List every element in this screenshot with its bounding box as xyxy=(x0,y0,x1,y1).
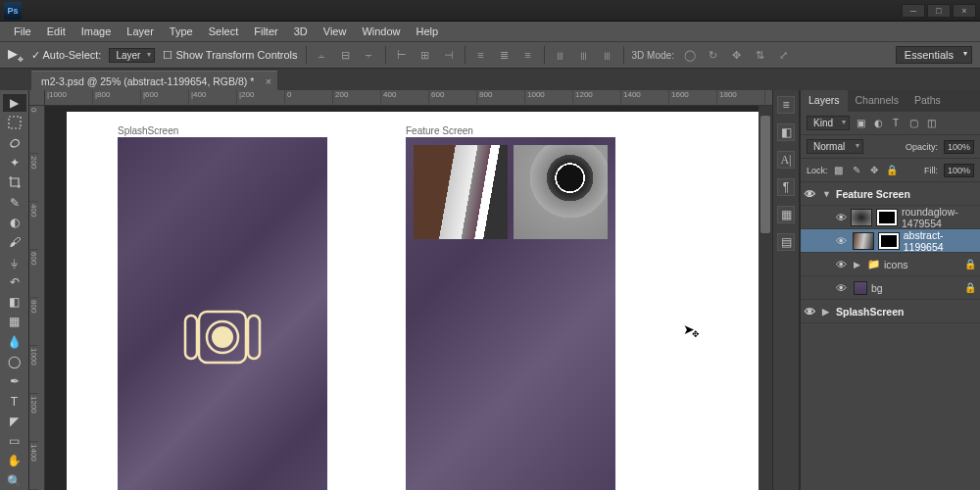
scrollbar-thumb[interactable] xyxy=(760,116,770,233)
distribute-left-icon[interactable]: ⫼ xyxy=(553,47,568,63)
history-brush-tool[interactable]: ↶ xyxy=(3,273,26,291)
eraser-tool[interactable]: ◧ xyxy=(3,293,26,311)
menu-edit[interactable]: Edit xyxy=(41,24,72,39)
canvas-scrollbar-vertical[interactable] xyxy=(759,106,772,490)
gradient-tool[interactable]: ▦ xyxy=(3,313,26,330)
color-panel-icon[interactable]: ◧ xyxy=(777,123,795,141)
auto-select-target-combo[interactable]: Layer xyxy=(109,48,155,63)
dodge-tool[interactable]: ◯ xyxy=(3,353,26,370)
document-tab[interactable]: m2-3.psd @ 25% (abstract-1199654, RGB/8)… xyxy=(31,71,277,90)
visibility-toggle[interactable]: 👁 xyxy=(805,306,818,318)
filter-adjust-icon[interactable]: ◐ xyxy=(871,117,885,130)
tab-paths[interactable]: Paths xyxy=(906,90,949,112)
distribute-right-icon[interactable]: ⫼ xyxy=(600,47,615,63)
move-tool-icon[interactable]: ▶✥ xyxy=(8,46,24,64)
ruler-vertical[interactable]: 02004006008001000120014001600 xyxy=(29,106,45,490)
hand-tool[interactable]: ✋ xyxy=(3,452,26,469)
distribute-bottom-icon[interactable]: ≡ xyxy=(520,47,536,63)
menu-3d[interactable]: 3D xyxy=(288,24,314,39)
3d-slide-icon[interactable]: ⇅ xyxy=(753,47,768,63)
visibility-toggle[interactable]: 👁 xyxy=(805,188,818,200)
ruler-origin[interactable] xyxy=(29,90,45,106)
shape-tool[interactable]: ▭ xyxy=(3,432,26,450)
filter-kind-combo[interactable]: Kind xyxy=(807,116,850,130)
close-button[interactable]: × xyxy=(953,4,976,18)
wand-tool[interactable]: ✦ xyxy=(3,154,26,172)
menu-filter[interactable]: Filter xyxy=(248,24,283,39)
menu-type[interactable]: Type xyxy=(164,24,199,39)
layer-abstract[interactable]: 👁 abstract-1199654 xyxy=(801,229,980,253)
menu-image[interactable]: Image xyxy=(75,24,118,39)
expand-arrow-icon[interactable]: ▼ xyxy=(822,189,832,199)
canvas-area[interactable]: |1000|800|600|400|2000200400600800100012… xyxy=(29,90,772,490)
layer-name[interactable]: abstract-1199654 xyxy=(904,229,976,253)
align-right-icon[interactable]: ⊣ xyxy=(441,47,457,63)
menu-window[interactable]: Window xyxy=(356,24,406,39)
tab-layers[interactable]: Layers xyxy=(801,90,848,112)
menu-view[interactable]: View xyxy=(318,24,353,39)
filter-shape-icon[interactable]: ▢ xyxy=(906,117,920,130)
menu-file[interactable]: File xyxy=(8,24,37,39)
opacity-input[interactable]: 100% xyxy=(944,140,974,154)
visibility-toggle[interactable]: 👁 xyxy=(836,235,849,247)
eyedropper-tool[interactable]: ✎ xyxy=(3,193,26,211)
move-tool[interactable]: ▶ xyxy=(3,94,26,112)
distribute-hcenter-icon[interactable]: ⫼ xyxy=(576,47,592,63)
layer-group-feature-screen[interactable]: 👁 ▼ Feature Screen xyxy=(801,182,980,206)
filter-pixel-icon[interactable]: ▣ xyxy=(854,117,867,130)
auto-select-checkbox[interactable]: ✓ Auto-Select: xyxy=(31,49,101,62)
properties-panel-icon[interactable]: ▤ xyxy=(777,233,795,251)
visibility-toggle[interactable]: 👁 xyxy=(836,282,850,294)
blur-tool[interactable]: 💧 xyxy=(3,333,26,351)
placed-image-roundaglow[interactable] xyxy=(514,145,608,239)
layer-thumbnail[interactable] xyxy=(851,209,872,226)
lasso-tool[interactable] xyxy=(3,134,26,152)
menu-layer[interactable]: Layer xyxy=(121,24,160,39)
align-bottom-icon[interactable]: ⫟ xyxy=(362,47,377,63)
swatches-panel-icon[interactable]: ▦ xyxy=(777,206,795,223)
path-select-tool[interactable]: ◤ xyxy=(3,413,26,430)
menu-help[interactable]: Help xyxy=(411,24,445,39)
layer-thumbnail[interactable] xyxy=(853,232,874,250)
artboard-label-feature[interactable]: Feature Screen xyxy=(406,125,473,136)
layer-group-splashscreen[interactable]: 👁 ▶ SplashScreen xyxy=(801,300,980,323)
distribute-top-icon[interactable]: ≡ xyxy=(473,47,489,63)
blend-mode-combo[interactable]: Normal xyxy=(807,139,863,154)
stamp-tool[interactable]: ⏚ xyxy=(3,253,26,270)
artboard-feature-screen[interactable] xyxy=(406,137,615,490)
crop-tool[interactable] xyxy=(3,173,26,191)
expand-arrow-icon[interactable]: ▶ xyxy=(822,307,832,317)
lock-transparent-icon[interactable]: ▩ xyxy=(832,164,846,177)
lock-position-icon[interactable]: ✥ xyxy=(867,164,881,177)
minimize-button[interactable]: ─ xyxy=(902,4,925,18)
3d-roll-icon[interactable]: ↻ xyxy=(706,47,721,63)
pen-tool[interactable]: ✒ xyxy=(3,372,26,390)
layer-name[interactable]: bg xyxy=(871,282,883,294)
lock-icon[interactable]: 🔒 xyxy=(964,259,976,270)
filter-smart-icon[interactable]: ◫ xyxy=(924,117,938,130)
character-panel-icon[interactable]: A| xyxy=(777,151,795,169)
layer-roundaglow[interactable]: 👁 roundaglow-1479554 xyxy=(801,206,980,229)
filter-type-icon[interactable]: T xyxy=(889,117,903,130)
mask-thumbnail[interactable] xyxy=(878,232,900,250)
align-hcenter-icon[interactable]: ⊞ xyxy=(417,47,433,63)
layer-folder-icons[interactable]: 👁 ▶ 📁 icons 🔒 xyxy=(801,253,980,276)
layer-name[interactable]: SplashScreen xyxy=(836,306,904,318)
zoom-tool[interactable]: 🔍 xyxy=(3,472,26,490)
type-tool[interactable]: T xyxy=(3,392,26,410)
history-panel-icon[interactable]: ≡ xyxy=(777,96,795,114)
expand-arrow-icon[interactable]: ▶ xyxy=(854,260,863,270)
3d-orbit-icon[interactable]: ◯ xyxy=(682,47,698,63)
align-top-icon[interactable]: ⫠ xyxy=(315,47,330,63)
3d-pan-icon[interactable]: ✥ xyxy=(729,47,745,63)
layer-tree[interactable]: 👁 ▼ Feature Screen 👁 roundaglow-1479554 … xyxy=(801,182,980,490)
visibility-toggle[interactable]: 👁 xyxy=(836,212,847,223)
3d-scale-icon[interactable]: ⤢ xyxy=(776,47,792,63)
lock-all-icon[interactable]: 🔒 xyxy=(885,164,899,177)
show-transform-checkbox[interactable]: ☐ Show Transform Controls xyxy=(163,49,297,62)
paragraph-panel-icon[interactable]: ¶ xyxy=(777,178,795,196)
fill-input[interactable]: 100% xyxy=(944,164,974,177)
align-left-icon[interactable]: ⊢ xyxy=(394,47,410,63)
heal-tool[interactable]: ◐ xyxy=(3,214,26,231)
brush-tool[interactable]: 🖌 xyxy=(3,233,26,251)
